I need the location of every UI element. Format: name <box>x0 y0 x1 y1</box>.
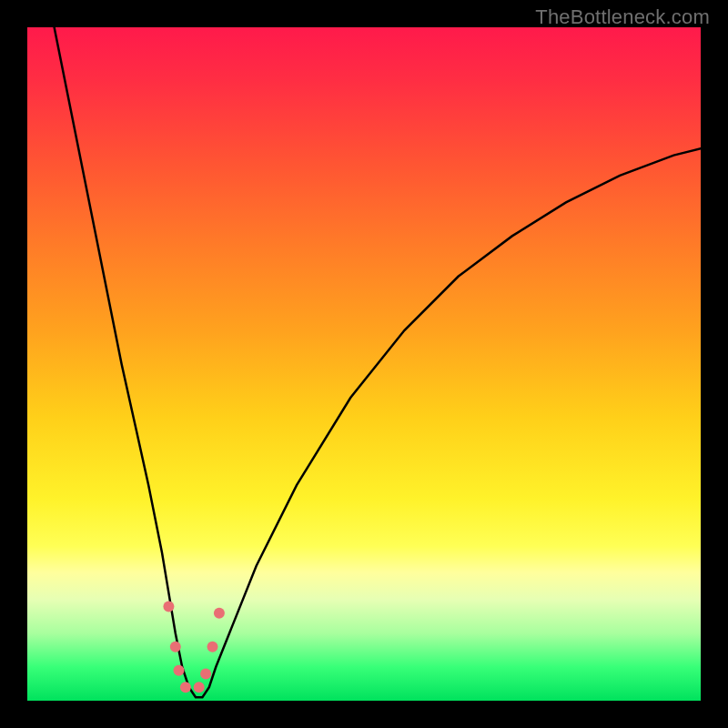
curve-marker <box>180 682 191 693</box>
curve-layer <box>27 27 701 701</box>
curve-marker <box>170 642 181 652</box>
bottleneck-curve <box>55 27 701 697</box>
chart-frame: TheBottleneck.com <box>0 0 728 728</box>
curve-marker <box>214 608 225 619</box>
curve-marker <box>174 665 185 676</box>
curve-marker <box>207 642 218 652</box>
watermark-text: TheBottleneck.com <box>535 5 710 29</box>
curve-marker <box>194 682 205 693</box>
plot-area <box>27 27 701 701</box>
curve-marker <box>200 668 211 679</box>
curve-marker <box>163 601 174 612</box>
